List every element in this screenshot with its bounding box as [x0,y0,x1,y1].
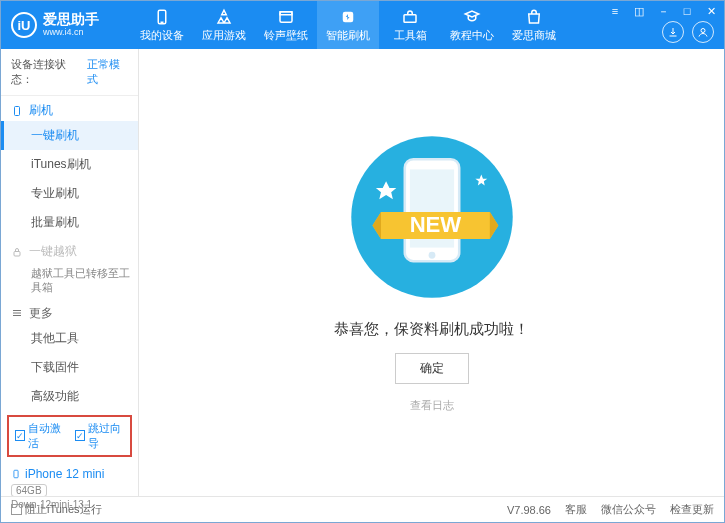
nav-store[interactable]: 爱思商城 [503,1,565,49]
ok-button[interactable]: 确定 [395,353,469,384]
sidebar-item-pro-flash[interactable]: 专业刷机 [1,179,138,208]
sidebar-item-oneclick-flash[interactable]: 一键刷机 [1,121,138,150]
status-value: 正常模式 [87,57,128,87]
sidebar-section-more[interactable]: 更多 [1,299,138,324]
brand-logo-icon: iU [11,12,37,38]
tutorial-icon [463,8,481,26]
svg-point-16 [428,252,435,259]
nav-label: 应用游戏 [202,28,246,43]
nav-smart-flash[interactable]: 智能刷机 [317,1,379,49]
svg-rect-2 [280,11,292,22]
ribbon-text: NEW [409,212,461,237]
nav-label: 教程中心 [450,28,494,43]
svg-rect-7 [15,106,20,115]
close-icon[interactable]: ✕ [702,4,720,18]
sidebar-item-itunes-flash[interactable]: iTunes刷机 [1,150,138,179]
store-icon [525,8,543,26]
nav-label: 爱思商城 [512,28,556,43]
sidebar: 设备连接状态： 正常模式 刷机 一键刷机 iTunes刷机 专业刷机 批量刷机 … [1,49,139,496]
footer: 阻止iTunes运行 V7.98.66 客服 微信公众号 检查更新 [1,496,724,522]
skin-icon[interactable]: ◫ [630,4,648,18]
section-label: 刷机 [29,102,53,119]
title-user-controls [662,21,714,43]
footer-right: V7.98.66 客服 微信公众号 检查更新 [507,502,714,517]
checkbox-block-itunes[interactable]: 阻止iTunes运行 [11,502,102,517]
checkbox-auto-activate[interactable]: ✓ 自动激活 [15,421,65,451]
nav-label: 工具箱 [394,28,427,43]
checkbox-label: 自动激活 [28,421,65,451]
checkbox-skip-guide[interactable]: ✓ 跳过向导 [75,421,125,451]
sidebar-section-flash[interactable]: 刷机 [1,96,138,121]
device-name-text: iPhone 12 mini [25,467,104,481]
check-icon: ✓ [15,430,25,441]
sidebar-item-batch-flash[interactable]: 批量刷机 [1,208,138,237]
section-label: 更多 [29,305,53,322]
main-content: NEW 恭喜您，保资料刷机成功啦！ 确定 查看日志 [139,49,724,496]
view-log-link[interactable]: 查看日志 [410,398,454,413]
svg-rect-8 [14,251,20,256]
brand-text: 爱思助手 www.i4.cn [43,12,99,37]
success-message: 恭喜您，保资料刷机成功啦！ [334,320,529,339]
check-update-link[interactable]: 检查更新 [670,502,714,517]
maximize-icon[interactable]: □ [678,4,696,18]
top-nav: 我的设备 应用游戏 铃声壁纸 智能刷机 工具箱 教程中心 [131,1,565,49]
options-highlight-box: ✓ 自动激活 ✓ 跳过向导 [7,415,132,457]
nav-label: 我的设备 [140,28,184,43]
body: 设备连接状态： 正常模式 刷机 一键刷机 iTunes刷机 专业刷机 批量刷机 … [1,49,724,496]
nav-label: 智能刷机 [326,28,370,43]
flash-icon [339,8,357,26]
sidebar-item-download-firmware[interactable]: 下载固件 [1,353,138,382]
toolbox-icon [401,8,419,26]
nav-toolbox[interactable]: 工具箱 [379,1,441,49]
customer-service-link[interactable]: 客服 [565,502,587,517]
minimize-icon[interactable]: － [654,4,672,18]
sidebar-section-jailbreak: 一键越狱 [1,237,138,262]
device-phone-icon [11,467,21,481]
success-illustration: NEW [347,132,517,302]
device-storage-badge: 64GB [11,484,47,497]
sidebar-item-other-tools[interactable]: 其他工具 [1,324,138,353]
window-controls: ≡ ◫ － □ ✕ [606,4,720,18]
nav-tutorials[interactable]: 教程中心 [441,1,503,49]
section-label: 一键越狱 [29,243,77,260]
brand-url: www.i4.cn [43,28,99,38]
app-window: iU 爱思助手 www.i4.cn 我的设备 应用游戏 铃声壁纸 智能刷机 [0,0,725,523]
brand-title: 爱思助手 [43,12,99,27]
nav-my-device[interactable]: 我的设备 [131,1,193,49]
more-icon [11,307,23,319]
phone-icon [153,8,171,26]
checkbox-label: 跳过向导 [88,421,125,451]
svg-rect-5 [404,14,416,22]
brand: iU 爱思助手 www.i4.cn [1,12,131,38]
wallpaper-icon [277,8,295,26]
nav-ringtone-wallpaper[interactable]: 铃声壁纸 [255,1,317,49]
apps-icon [215,8,233,26]
checkbox-label: 阻止iTunes运行 [25,502,102,517]
check-icon: ✓ [75,430,85,441]
nav-label: 铃声壁纸 [264,28,308,43]
lock-icon [11,246,23,258]
checkbox-box [11,504,22,515]
menu-icon[interactable]: ≡ [606,4,624,18]
device-name: iPhone 12 mini [11,467,128,481]
sidebar-item-advanced[interactable]: 高级功能 [1,382,138,411]
user-icon[interactable] [692,21,714,43]
svg-rect-3 [280,11,292,14]
version-label: V7.98.66 [507,504,551,516]
nav-apps-games[interactable]: 应用游戏 [193,1,255,49]
wechat-link[interactable]: 微信公众号 [601,502,656,517]
phone-small-icon [11,105,23,117]
status-label: 设备连接状态： [11,57,83,87]
jailbreak-note: 越狱工具已转移至工具箱 [1,262,138,299]
connection-status: 设备连接状态： 正常模式 [1,49,138,96]
svg-point-6 [701,29,705,33]
download-icon[interactable] [662,21,684,43]
titlebar: iU 爱思助手 www.i4.cn 我的设备 应用游戏 铃声壁纸 智能刷机 [1,1,724,49]
svg-rect-12 [14,470,18,478]
